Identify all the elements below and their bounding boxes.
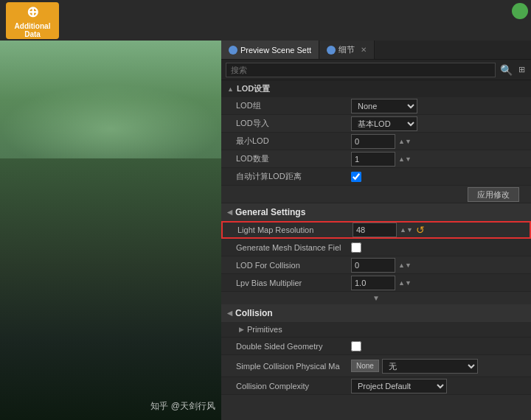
simple-collision-row: Simple Collision Physical Ma None 无 — [221, 355, 531, 377]
lod-collapse-arrow: ▲ — [227, 85, 234, 93]
collapse-row[interactable]: ▼ — [221, 292, 531, 304]
light-map-resolution-value: ▲▼ ↺ — [353, 223, 530, 237]
tab-details-label: 细节 — [339, 44, 355, 55]
watermark: 知乎 @天剑行风 — [150, 400, 215, 413]
viewport: 知乎 @天剑行风 — [0, 41, 221, 420]
lpv-bias-row: Lpv Bias Multiplier ▲▼ — [221, 274, 531, 292]
apply-button-row: 应用修改 — [221, 186, 531, 203]
tabs-bar: Preview Scene Sett 细节 ✕ — [221, 41, 531, 60]
double-sided-label: Double Sided Geometry — [233, 342, 351, 351]
lod-group-row: LOD组 None — [221, 97, 531, 115]
lod-count-row: LOD数量 ▲▼ — [221, 150, 531, 168]
general-settings-arrow: ◀ — [227, 209, 232, 216]
ground-area — [0, 158, 221, 420]
light-map-resolution-input[interactable] — [353, 223, 397, 237]
tab-preview-scene[interactable]: Preview Scene Sett — [221, 41, 319, 59]
min-lod-spinner[interactable]: ▲▼ — [398, 138, 412, 145]
search-button[interactable]: 🔍 — [499, 64, 514, 76]
primitives-arrow: ▶ — [239, 326, 244, 333]
lod-collision-spinner[interactable]: ▲▼ — [398, 262, 412, 269]
top-toolbar: ⊕ Additional Data — [0, 0, 531, 41]
collision-complexity-label: Collision Complexity — [233, 382, 351, 391]
tab-preview-icon — [229, 46, 237, 55]
auto-lod-label: 自动计算LOD距离 — [233, 171, 351, 182]
simple-collision-label: Simple Collision Physical Ma — [233, 362, 351, 371]
lod-collision-value: ▲▼ — [351, 258, 531, 273]
none-badge: None — [351, 360, 379, 372]
search-input[interactable] — [226, 63, 496, 77]
refresh-icon[interactable]: ↺ — [416, 224, 425, 236]
collision-section-header[interactable]: ◀ Collision — [221, 304, 531, 322]
generate-mesh-checkbox[interactable] — [351, 242, 361, 253]
double-sided-row: Double Sided Geometry — [221, 337, 531, 355]
grid-view-button[interactable]: ⊞ — [517, 65, 527, 74]
auto-lod-row: 自动计算LOD距离 — [221, 168, 531, 186]
light-map-resolution-row: Light Map Resolution ▲▼ ↺ — [221, 221, 531, 239]
lod-import-label: LOD导入 — [233, 118, 351, 129]
min-lod-row: 最小LOD ▲▼ — [221, 133, 531, 150]
lod-count-input[interactable] — [351, 152, 395, 167]
lod-import-value: 基本LOD — [351, 116, 531, 131]
primitives-sub-header[interactable]: ▶ Primitives — [221, 322, 531, 337]
auto-lod-value — [351, 172, 531, 182]
right-panel: Preview Scene Sett 细节 ✕ 🔍 ⊞ ▲ LOD设置 LOD组 — [221, 41, 531, 420]
primitives-label: Primitives — [247, 325, 282, 334]
collision-arrow: ◀ — [227, 309, 232, 317]
lpv-bias-input[interactable] — [351, 276, 395, 290]
simple-collision-value: None 无 — [351, 359, 531, 374]
light-map-resolution-label: Light Map Resolution — [235, 225, 353, 234]
lod-import-row: LOD导入 基本LOD — [221, 115, 531, 133]
min-lod-input[interactable] — [351, 134, 395, 149]
tab-close-icon[interactable]: ✕ — [361, 46, 367, 54]
min-lod-label: 最小LOD — [233, 136, 351, 147]
collision-complexity-select[interactable]: Project Default — [351, 379, 447, 393]
lod-section-title: LOD设置 — [237, 83, 270, 94]
double-sided-checkbox[interactable] — [351, 341, 361, 351]
lod-section-header[interactable]: ▲ LOD设置 — [221, 80, 531, 97]
additional-data-button[interactable]: ⊕ Additional Data — [6, 2, 59, 39]
tab-details[interactable]: 细节 ✕ — [319, 41, 375, 59]
lod-collision-row: LOD For Collision ▲▼ — [221, 256, 531, 274]
general-settings-title: General Settings — [235, 207, 305, 217]
lod-collision-label: LOD For Collision — [233, 261, 351, 270]
status-indicator — [512, 3, 528, 19]
tab-preview-label: Preview Scene Sett — [240, 46, 311, 55]
lod-count-value: ▲▼ — [351, 152, 531, 167]
collapse-icon: ▼ — [372, 294, 380, 302]
min-lod-value: ▲▼ — [351, 134, 531, 149]
light-map-spinner[interactable]: ▲▼ — [400, 226, 413, 234]
lod-import-select[interactable]: 基本LOD — [351, 116, 417, 131]
lod-group-value: None — [351, 99, 531, 113]
collision-title: Collision — [235, 308, 273, 318]
tab-details-icon — [327, 46, 336, 55]
collision-complexity-value: Project Default — [351, 379, 531, 393]
properties-content: ▲ LOD设置 LOD组 None LOD导入 基本LOD — [221, 80, 531, 420]
lpv-bias-label: Lpv Bias Multiplier — [233, 279, 351, 287]
lod-count-spinner[interactable]: ▲▼ — [398, 155, 412, 163]
plus-icon: ⊕ — [27, 3, 39, 21]
auto-lod-checkbox[interactable] — [351, 172, 361, 182]
lpv-bias-value: ▲▼ — [351, 276, 531, 290]
lpv-bias-spinner[interactable]: ▲▼ — [398, 279, 412, 287]
lod-count-label: LOD数量 — [233, 153, 351, 164]
collision-material-select[interactable]: 无 — [382, 359, 478, 374]
generate-mesh-label: Generate Mesh Distance Fiel — [233, 243, 351, 252]
additional-data-label: Additional Data — [6, 22, 59, 38]
collision-complexity-row: Collision Complexity Project Default — [221, 377, 531, 395]
search-bar: 🔍 ⊞ — [221, 60, 531, 80]
double-sided-value — [351, 341, 531, 351]
apply-button[interactable]: 应用修改 — [468, 187, 519, 202]
generate-mesh-value — [351, 242, 531, 253]
generate-mesh-row: Generate Mesh Distance Fiel — [221, 239, 531, 256]
general-settings-header[interactable]: ◀ General Settings — [221, 203, 531, 221]
main-layout: 知乎 @天剑行风 Preview Scene Sett 细节 ✕ 🔍 ⊞ — [0, 41, 531, 420]
lod-group-label: LOD组 — [233, 100, 351, 111]
lod-collision-input[interactable] — [351, 258, 395, 273]
lod-group-select[interactable]: None — [351, 99, 417, 113]
